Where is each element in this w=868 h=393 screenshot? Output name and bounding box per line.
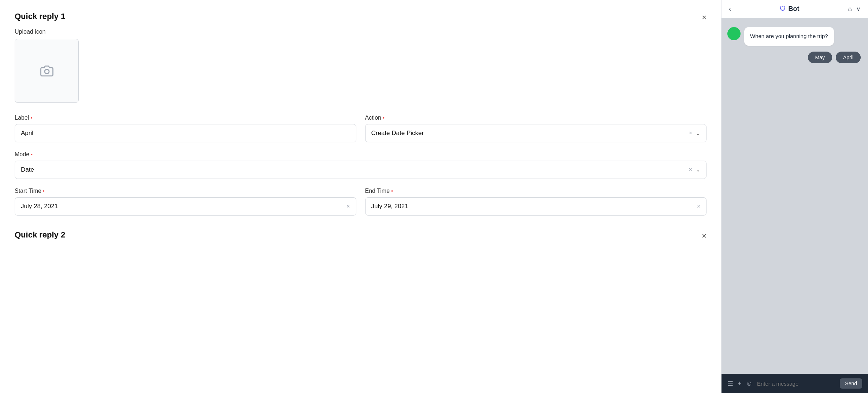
svg-point-0 [45,69,49,74]
time-row: Start Time • July 28, 2021 × End Time • … [15,188,706,216]
emoji-icon[interactable]: ☺ [746,380,753,388]
label-required-dot: • [30,115,32,121]
action-select-icons: × ⌄ [689,130,700,136]
shield-icon: 🛡 [780,6,786,12]
mode-select-icons: × ⌄ [689,166,700,173]
chat-input-icons: ☰ + ☺ [727,379,753,388]
action-field-group: Action • Create Date Picker × ⌄ [365,115,707,142]
end-time-clear-icon[interactable]: × [697,203,700,210]
quick-reply-2-section: Quick reply 2 × [15,230,706,242]
quick-reply-1-title: Quick reply 1 [15,12,65,21]
home-icon[interactable]: ⌂ [848,5,852,13]
bot-avatar [727,27,741,40]
action-required-dot: • [383,115,385,121]
action-field-label: Action • [365,115,707,121]
label-action-row: Label • Action • Create Date Picker × ⌄ [15,115,706,142]
end-time-select[interactable]: July 29, 2021 × [365,197,707,216]
label-field-group: Label • [15,115,356,142]
start-time-label: Start Time • [15,188,356,194]
plus-icon[interactable]: + [738,380,742,388]
action-chevron-icon[interactable]: ⌄ [696,130,700,136]
label-input[interactable] [15,124,356,142]
right-panel: ‹ 🛡 Bot ⌂ ∨ When are you planning the tr… [722,0,868,393]
mode-field-label: Mode • [15,151,706,158]
bot-header-left: ‹ [729,5,731,13]
send-button[interactable]: Send [840,378,862,389]
chat-bubble: When are you planning the trip? [744,27,834,46]
left-panel: Quick reply 1 × Upload icon Label • Acti… [0,0,722,393]
end-time-required-dot: • [391,188,393,194]
mode-select-wrapper: Date × ⌄ [15,161,706,179]
end-time-group: End Time • July 29, 2021 × [365,188,707,216]
mode-required-dot: • [31,151,33,157]
bot-header: ‹ 🛡 Bot ⌂ ∨ [722,0,868,18]
start-time-wrapper: July 28, 2021 × [15,197,356,216]
back-icon[interactable]: ‹ [729,5,731,13]
start-time-clear-icon[interactable]: × [346,203,350,210]
end-time-value: July 29, 2021 [371,203,408,210]
mode-select-value: Date [21,166,34,173]
chat-area: When are you planning the trip? May Apri… [722,18,868,374]
label-field-label: Label • [15,115,356,121]
quick-replies: May April [727,52,862,63]
quick-reply-april[interactable]: April [836,52,861,63]
end-time-label: End Time • [365,188,707,194]
start-time-required-dot: • [43,188,45,194]
mode-field-group: Mode • Date × ⌄ [15,151,706,179]
chat-message-text: When are you planning the trip? [750,33,828,39]
start-time-group: Start Time • July 28, 2021 × [15,188,356,216]
start-time-select[interactable]: July 28, 2021 × [15,197,356,216]
action-select-value: Create Date Picker [371,130,424,137]
upload-label: Upload icon [15,29,706,35]
chevron-down-icon[interactable]: ∨ [856,5,861,12]
quick-reply-2-title: Quick reply 2 [15,230,65,240]
end-time-wrapper: July 29, 2021 × [365,197,707,216]
upload-icon-box[interactable] [15,39,79,103]
mode-clear-icon[interactable]: × [689,166,692,173]
message-input[interactable] [757,381,835,387]
action-clear-icon[interactable]: × [689,130,692,136]
chat-message-row: When are you planning the trip? [727,27,862,46]
menu-icon[interactable]: ☰ [727,379,733,388]
action-select-wrapper: Create Date Picker × ⌄ [365,124,707,142]
mode-select[interactable]: Date × ⌄ [15,161,706,179]
action-select[interactable]: Create Date Picker × ⌄ [365,124,707,142]
bot-header-right: ⌂ ∨ [848,5,861,13]
camera-icon [40,64,53,78]
quick-reply-may[interactable]: May [808,52,832,63]
close-button-2[interactable]: × [702,232,706,240]
start-time-value: July 28, 2021 [21,203,58,210]
mode-chevron-icon[interactable]: ⌄ [696,167,700,173]
bot-header-center: 🛡 Bot [780,5,800,13]
bot-name: Bot [789,5,800,13]
mode-row: Mode • Date × ⌄ [15,151,706,179]
chat-input-bar: ☰ + ☺ Send [722,374,868,393]
close-button-1[interactable]: × [702,14,706,22]
